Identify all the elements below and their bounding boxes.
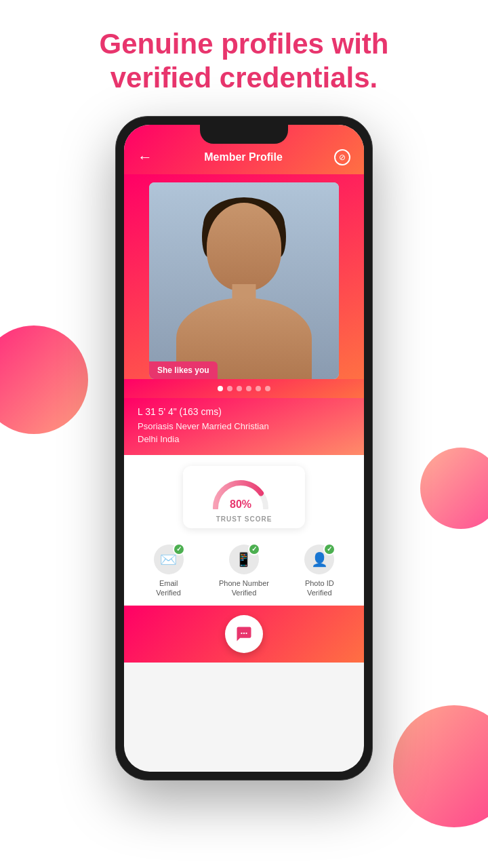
profile-basic-info: L 31 5' 4" (163 cms) [138,406,350,417]
email-icon-wrap: ✉️ ✓ [154,545,184,574]
trust-gauge: 80% [210,474,278,511]
phone-verified-item: 📱 ✓ Phone Number Verified [214,545,274,598]
gauge-svg: 80% [210,474,271,509]
photo-dots [124,379,364,398]
photo-id-verified-item: 👤 ✓ Photo ID Verified [289,545,350,598]
profile-photo [149,182,339,379]
page-heading: Genuine profiles with verified credentia… [0,0,488,109]
bottom-bar [124,606,364,663]
svg-point-0 [241,633,242,634]
photo-id-check-icon: ✓ [323,543,336,555]
likes-badge: She likes you [149,361,218,379]
email-verified-label: Email Verified [156,578,181,598]
chat-button[interactable] [225,615,263,653]
heading-line1: Genuine profiles with [99,28,388,60]
profile-location: Delhi India [138,434,350,444]
menu-icon[interactable]: ⊘ [334,149,350,165]
profile-info: L 31 5' 4" (163 cms) Psoriasis Never Mar… [124,398,364,455]
heading-text: Genuine profiles with verified credentia… [41,27,447,96]
phone-verified-label: Phone Number Verified [219,578,269,598]
dot-6[interactable] [265,386,270,391]
chat-icon [235,625,253,644]
phone-mockup: ← Member Profile ⊘ [115,116,373,781]
phone-screen: ← Member Profile ⊘ [124,125,364,772]
email-verified-item: ✉️ ✓ Email Verified [138,545,199,598]
svg-point-2 [245,633,247,634]
heading-line2: verified credentials. [110,62,378,94]
photo-id-icon-wrap: 👤 ✓ [304,545,334,574]
phone-notch [200,125,288,144]
dot-4[interactable] [246,386,251,391]
dot-1[interactable] [218,386,223,391]
phone-icon-wrap: 📱 ✓ [229,545,259,574]
profile-details: Psoriasis Never Married Christian [138,421,350,431]
photo-id-verified-label: Photo ID Verified [305,578,334,598]
trust-section: 80% TRUST SCORE [124,455,364,536]
dot-5[interactable] [256,386,261,391]
phone-check-icon: ✓ [248,543,260,555]
dot-3[interactable] [237,386,242,391]
header-title: Member Profile [204,151,283,163]
head [207,203,281,291]
phone-container: ← Member Profile ⊘ [0,116,488,781]
trust-card: 80% TRUST SCORE [183,466,305,528]
dot-2[interactable] [227,386,232,391]
profile-photo-wrapper: She likes you [149,182,339,379]
email-check-icon: ✓ [173,543,185,555]
svg-point-1 [243,633,245,634]
gauge-percent-text: 80% [230,498,251,509]
photo-section: She likes you [124,174,364,379]
verification-section: ✉️ ✓ Email Verified 📱 ✓ Phone Num [124,536,364,606]
trust-label: TRUST SCORE [216,515,272,523]
back-button[interactable]: ← [138,149,152,166]
